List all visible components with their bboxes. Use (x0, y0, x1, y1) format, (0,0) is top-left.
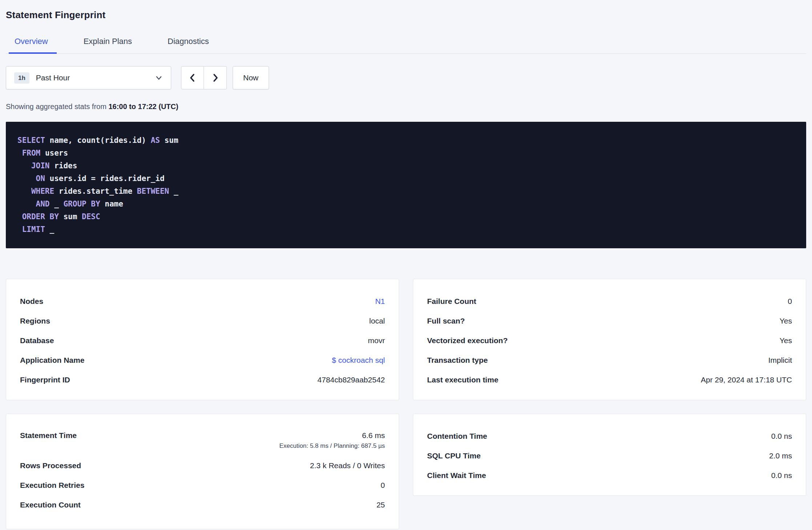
row-value-wrap: N1 (375, 297, 385, 306)
sql-keyword: BETWEEN (137, 187, 169, 196)
card-row: Transaction typeImplicit (427, 350, 792, 370)
card-row: Contention Time0.0 ns (427, 426, 792, 446)
row-subvalue: Execution: 5.8 ms / Planning: 687.5 µs (280, 442, 385, 450)
sql-statement-box: SELECT name, count(rides.id) AS sum FROM… (6, 122, 806, 248)
row-value: Yes (780, 336, 792, 345)
tab-overview[interactable]: Overview (9, 37, 57, 53)
timing-card-rows: Statement Time6.6 msExecution: 5.8 ms / … (20, 426, 385, 515)
sql-keyword: AND (36, 200, 50, 208)
sql-text: users.id = rides.rider_id (45, 174, 165, 183)
row-value-wrap: Yes (780, 317, 792, 325)
chevron-right-icon (210, 73, 220, 83)
sql-text: users (40, 149, 68, 157)
sql-text: name, count(rides.id) (45, 136, 151, 145)
page-title: Statement Fingerprint (6, 9, 806, 21)
row-value: 2.3 k Reads / 0 Writes (310, 461, 385, 470)
overview-card-rows: NodesN1RegionslocalDatabasemovrApplicati… (20, 292, 385, 390)
details-card: Failure Count0Full scan?YesVectorized ex… (413, 279, 806, 400)
row-value-wrap: 25 (377, 501, 385, 509)
row-label: Execution Retries (20, 481, 84, 490)
next-interval-button[interactable] (204, 66, 227, 89)
time-range-label: Past Hour (36, 73, 155, 82)
sql-keyword: GROUP BY (63, 200, 100, 208)
row-label: Last execution time (427, 376, 498, 384)
row-value: 4784cb829aab2542 (317, 376, 385, 384)
sql-line: JOIN rides (17, 160, 795, 172)
row-label: Vectorized execution? (427, 336, 508, 345)
row-value: 25 (377, 501, 385, 509)
row-value-wrap: 6.6 msExecution: 5.8 ms / Planning: 687.… (280, 431, 385, 450)
row-value-wrap: 0 (788, 297, 792, 306)
timing-cards-row: Statement Time6.6 msExecution: 5.8 ms / … (6, 414, 806, 529)
row-label: Application Name (20, 356, 84, 365)
interval-nav-group (181, 66, 227, 89)
card-row: Execution Retries0 (20, 475, 385, 495)
card-row: Client Wait Time0.0 ns (427, 466, 792, 485)
row-label: SQL CPU Time (427, 451, 481, 460)
chevron-left-icon (188, 73, 197, 83)
sql-keyword: ON (36, 174, 45, 183)
card-row: Full scan?Yes (427, 311, 792, 331)
row-value: 2.0 ms (769, 451, 792, 460)
card-row: SQL CPU Time2.0 ms (427, 446, 792, 466)
row-label: Failure Count (427, 297, 476, 306)
sql-line: FROM users (17, 147, 795, 160)
tab-diagnostics[interactable]: Diagnostics (162, 37, 218, 53)
card-row: Rows Processed2.3 k Reads / 0 Writes (20, 456, 385, 475)
card-row: Execution Count25 (20, 495, 385, 515)
sql-text: name (100, 200, 123, 208)
overview-card: NodesN1RegionslocalDatabasemovrApplicati… (6, 279, 399, 400)
sql-text: sum (59, 212, 82, 221)
row-label: Transaction type (427, 356, 488, 365)
summary-cards-row: NodesN1RegionslocalDatabasemovrApplicati… (6, 279, 806, 400)
row-value: 0.0 ns (771, 471, 792, 480)
time-range-badge: 1h (14, 72, 29, 84)
prev-interval-button[interactable] (181, 66, 204, 89)
timing-card: Statement Time6.6 msExecution: 5.8 ms / … (6, 414, 399, 529)
sql-line: ORDER BY sum DESC (17, 210, 795, 223)
sql-text (17, 200, 36, 208)
row-label: Full scan? (427, 317, 465, 325)
sql-text: _ (169, 187, 178, 196)
sql-text: rides.start_time (54, 187, 137, 196)
sql-text: _ (50, 200, 64, 208)
row-value: 0.0 ns (771, 432, 792, 441)
row-label: Client Wait Time (427, 471, 486, 480)
row-value: movr (368, 336, 385, 345)
sql-text: sum (160, 136, 178, 145)
sql-line: AND _ GROUP BY name (17, 198, 795, 210)
row-value-link[interactable]: N1 (375, 297, 385, 306)
details-card-rows: Failure Count0Full scan?YesVectorized ex… (427, 292, 792, 390)
row-value-wrap: local (369, 317, 385, 325)
sql-keyword: DESC (82, 212, 100, 221)
statement-fingerprint-page: Statement Fingerprint OverviewExplain Pl… (0, 0, 812, 529)
row-value-wrap: Implicit (768, 356, 792, 365)
time-range-dropdown[interactable]: 1h Past Hour (6, 66, 171, 89)
sql-keyword: WHERE (31, 187, 54, 196)
row-value-wrap: 0.0 ns (771, 432, 792, 441)
row-value: Implicit (768, 356, 792, 365)
row-label: Fingerprint ID (20, 376, 70, 384)
tab-bar: OverviewExplain PlansDiagnostics (6, 37, 806, 54)
now-button[interactable]: Now (233, 66, 269, 89)
tab-explain-plans[interactable]: Explain Plans (78, 37, 141, 53)
row-label: Database (20, 336, 54, 345)
row-value: 0 (381, 481, 385, 490)
sql-line: WHERE rides.start_time BETWEEN _ (17, 185, 795, 198)
card-row: Last execution timeApr 29, 2024 at 17:18… (427, 370, 792, 390)
row-value-wrap: Yes (780, 336, 792, 345)
sql-text: _ (45, 225, 54, 234)
card-row: Statement Time6.6 msExecution: 5.8 ms / … (20, 426, 385, 456)
aggregated-stats-caption: Showing aggregated stats from 16:00 to 1… (6, 103, 806, 111)
row-value-wrap: Apr 29, 2024 at 17:18 UTC (701, 376, 792, 384)
row-value-wrap: 0.0 ns (771, 471, 792, 480)
sql-keyword: LIMIT (22, 225, 45, 234)
wait-card-rows: Contention Time0.0 nsSQL CPU Time2.0 msC… (427, 426, 792, 485)
row-label: Rows Processed (20, 461, 81, 470)
row-value-link[interactable]: $ cockroach sql (332, 356, 385, 365)
sql-text (17, 225, 22, 234)
row-value-wrap: 2.0 ms (769, 451, 792, 460)
row-value-wrap: movr (368, 336, 385, 345)
row-value-wrap: 2.3 k Reads / 0 Writes (310, 461, 385, 470)
sql-text: rides (50, 161, 77, 170)
